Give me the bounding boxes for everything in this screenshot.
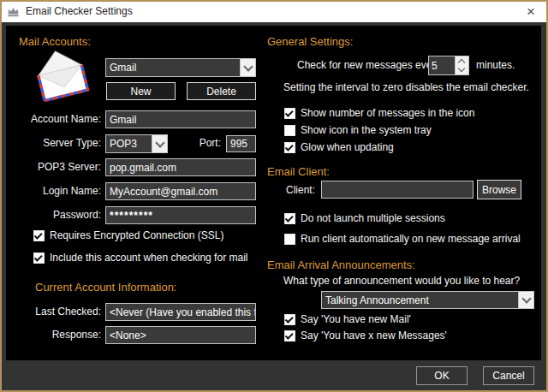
last-checked-label: Last Checked: (17, 306, 101, 318)
checkbox-glow-updating[interactable]: Glow when updating (284, 141, 394, 153)
email-checker-settings-window: Email Checker Settings × Mail Accounts: … (0, 0, 548, 392)
announcements-heading: Email Arrival Announcements: (267, 258, 415, 271)
checkbox-include-account[interactable]: Include this account when checking for m… (33, 252, 247, 264)
interval-value[interactable]: 5 (429, 56, 455, 74)
pop3-server-input[interactable]: pop.gmail.com (105, 158, 256, 176)
browse-button[interactable]: Browse (477, 180, 521, 199)
response-label: Response: (17, 329, 101, 341)
checkbox-box (284, 330, 295, 342)
spinner-buttons (455, 56, 468, 74)
announcement-type-select[interactable]: Talking Announcement (321, 291, 534, 309)
password-input[interactable]: ********* (105, 206, 256, 224)
interval-spinner[interactable]: 5 (428, 56, 469, 75)
checkbox-no-multiple-sessions[interactable]: Do not launch multiple sessions (284, 212, 445, 224)
checkbox-label: Requires Encrypted Connection (SSL) (50, 229, 223, 241)
checkbox-label: Show number of messages in the icon (301, 107, 474, 119)
server-type-select[interactable]: POP3 (105, 134, 168, 153)
port-label: Port: (195, 137, 221, 149)
chevron-down-icon[interactable] (240, 59, 255, 76)
titlebar: Email Checker Settings × (0, 0, 548, 22)
interval-prefix-text: Check for new messages every (297, 59, 440, 71)
checkbox-label: Show icon in the system tray (301, 124, 432, 136)
check-icon (285, 108, 294, 116)
crown-icon (7, 6, 20, 17)
spinner-up-icon[interactable] (456, 56, 468, 66)
checkbox-label: Glow when updating (301, 141, 394, 153)
check-icon (34, 230, 43, 239)
airmail-envelope-icon (27, 45, 96, 106)
ok-button[interactable]: OK (416, 366, 468, 385)
current-account-info-heading: Current Account Information: (35, 281, 176, 294)
checkbox-box (284, 234, 295, 245)
client-input[interactable] (321, 181, 474, 199)
login-name-input[interactable]: MyAccount@gmail.com (105, 182, 256, 200)
checkbox-box (284, 213, 295, 224)
checkbox-requires-ssl[interactable]: Requires Encrypted Connection (SSL) (33, 229, 223, 241)
general-settings-heading: General Settings: (267, 35, 353, 48)
interval-suffix-text: minutes. (476, 59, 515, 71)
window-title: Email Checker Settings (26, 5, 133, 17)
server-type-label: Server Type: (17, 137, 101, 149)
check-icon (285, 330, 294, 339)
check-icon (285, 314, 294, 323)
checkbox-show-tray-icon[interactable]: Show icon in the system tray (284, 124, 432, 136)
announcement-question-text: What type of announcement would you like… (283, 275, 520, 287)
check-icon (285, 213, 294, 222)
account-select-value: Gmail (106, 59, 240, 76)
chevron-down-icon[interactable] (152, 135, 167, 152)
login-name-label: Login Name: (17, 185, 101, 197)
checkbox-run-client-auto[interactable]: Run client automatically on new message … (284, 233, 521, 245)
cancel-button[interactable]: Cancel (483, 366, 534, 385)
email-client-heading: Email Client: (267, 165, 330, 178)
checkbox-say-x-messages[interactable]: Say 'You have x new Messages' (284, 330, 447, 342)
chevron-down-icon[interactable] (518, 292, 533, 308)
close-button[interactable]: × (515, 0, 546, 22)
delete-account-button[interactable]: Delete (187, 82, 256, 100)
checkbox-box (284, 108, 295, 119)
interval-note-text: Setting the interval to zero disables th… (283, 81, 529, 93)
port-input[interactable]: 995 (226, 135, 256, 152)
last-checked-value: <Never (Have you enabled this featu (105, 303, 256, 321)
checkbox-box (33, 252, 45, 264)
checkbox-label: Include this account when checking for m… (50, 252, 247, 264)
spinner-down-icon[interactable] (456, 66, 468, 75)
checkbox-label: Run client automatically on new message … (301, 233, 521, 245)
checkbox-label: Say 'You have new Mail' (301, 313, 411, 325)
checkbox-label: Say 'You have x new Messages' (301, 330, 447, 342)
new-account-button[interactable]: New (106, 82, 176, 100)
checkbox-box (284, 125, 295, 136)
pop3-server-label: POP3 Server: (17, 161, 101, 173)
check-icon (34, 252, 43, 261)
checkbox-box (284, 142, 295, 153)
account-select[interactable]: Gmail (105, 58, 256, 77)
response-value: <None> (105, 326, 256, 344)
checkbox-box (33, 230, 45, 241)
client-label: Client: (272, 184, 315, 196)
checkbox-label: Do not launch multiple sessions (301, 212, 445, 224)
checkbox-box (284, 314, 295, 325)
close-icon: × (527, 4, 535, 19)
server-type-value: POP3 (106, 135, 152, 152)
password-label: Password: (17, 209, 101, 221)
checkbox-say-new-mail[interactable]: Say 'You have new Mail' (284, 313, 411, 325)
check-icon (285, 142, 294, 151)
announcement-type-value: Talking Announcement (322, 292, 518, 308)
checkbox-show-number[interactable]: Show number of messages in the icon (284, 107, 474, 119)
account-name-label: Account Name: (17, 113, 101, 125)
account-name-input[interactable]: Gmail (105, 110, 256, 128)
